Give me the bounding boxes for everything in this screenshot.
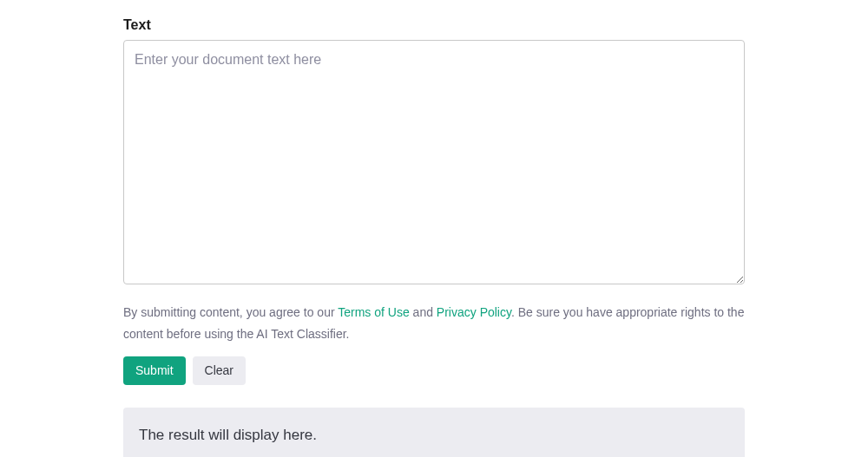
submit-button[interactable]: Submit [123,356,186,385]
clear-button[interactable]: Clear [193,356,246,385]
privacy-policy-link[interactable]: Privacy Policy [437,305,511,319]
disclaimer-text: By submitting content, you agree to our … [123,302,745,344]
result-display-box: The result will display here. [123,408,745,457]
terms-of-use-link[interactable]: Terms of Use [338,305,409,319]
document-text-input[interactable] [123,40,745,284]
text-field-label: Text [123,17,745,33]
button-row: Submit Clear [123,356,745,385]
disclaimer-prefix: By submitting content, you agree to our [123,305,338,319]
disclaimer-middle: and [410,305,437,319]
